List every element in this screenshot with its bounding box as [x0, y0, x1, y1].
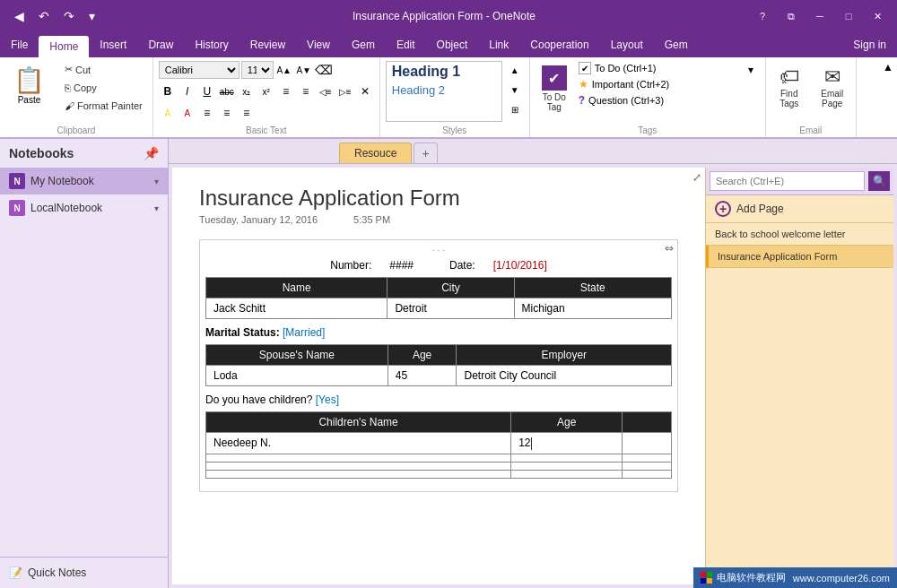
styles-up-button[interactable]: ▲	[506, 61, 524, 79]
indent-decrease-button[interactable]: ◁≡	[317, 82, 335, 100]
sidebar-item-localnotebook[interactable]: N LocalNotebook ▾	[0, 195, 168, 221]
find-tags-icon: 🏷	[779, 65, 799, 89]
tab-resouce[interactable]: Resouce	[339, 143, 412, 163]
highlight-button[interactable]: A	[159, 104, 177, 122]
heading1-style[interactable]: Heading 1	[387, 62, 501, 82]
menu-insert[interactable]: Insert	[89, 32, 137, 57]
font-color-button[interactable]: A	[179, 104, 196, 122]
quick-access-button[interactable]: ▾	[82, 5, 102, 27]
increase-size-button[interactable]: A▲	[275, 61, 293, 79]
add-page-button[interactable]: + Add Page	[706, 195, 893, 223]
date-label: Date:	[449, 259, 475, 272]
windows-logo	[701, 572, 713, 584]
move-button[interactable]: ⇔	[665, 242, 674, 255]
menu-file[interactable]: File	[0, 32, 39, 57]
align-center-button[interactable]: ≡	[218, 104, 236, 122]
size-select[interactable]: 11	[241, 61, 274, 79]
styles-more-button[interactable]: ⊞	[506, 100, 524, 118]
indent-increase-button[interactable]: ▷≡	[336, 82, 354, 100]
superscript-button[interactable]: x²	[257, 82, 275, 100]
styles-arrows: ▲ ▼ ⊞	[506, 61, 524, 118]
minimize-button[interactable]: ─	[807, 7, 832, 25]
menu-view[interactable]: View	[296, 32, 341, 57]
strikethrough-button[interactable]: abc	[218, 82, 236, 100]
italic-button[interactable]: I	[179, 82, 196, 100]
decrease-size-button[interactable]: A▼	[295, 61, 313, 79]
cell-child-age-2[interactable]	[511, 454, 623, 462]
format-painter-button[interactable]: 🖌 Format Painter	[60, 98, 147, 114]
page-item-welcome[interactable]: Back to school welcome letter	[706, 223, 893, 246]
cell-child-age-1[interactable]: 12	[511, 433, 623, 454]
cell-child-age-4[interactable]	[511, 470, 623, 478]
back-button[interactable]: ◀	[7, 5, 31, 27]
todo-tag-item[interactable]: ✔ To Do (Ctrl+1)	[577, 61, 738, 75]
font-select[interactable]: Calibri	[159, 61, 239, 79]
menu-review[interactable]: Review	[239, 32, 296, 57]
cell-child-name-3[interactable]	[206, 462, 511, 470]
tags-content: ✔ To DoTag ✔ To Do (Ctrl+1) ★ Important …	[536, 61, 760, 124]
page-item-insurance[interactable]: Insurance Application Form	[706, 246, 893, 268]
todo-tag-button[interactable]: ✔ To DoTag	[536, 61, 573, 117]
search-bar: 🔍	[706, 168, 893, 195]
pin-icon[interactable]: 📌	[144, 146, 159, 160]
menu-object[interactable]: Object	[426, 32, 479, 57]
cell-child-empty-3[interactable]	[623, 462, 672, 470]
tags-dropdown-button[interactable]: ▾	[742, 61, 760, 79]
quick-notes-button[interactable]: 📝 Quick Notes	[0, 557, 168, 588]
table-row: Needeep N. 12	[206, 433, 672, 454]
menu-gem2[interactable]: Gem	[654, 32, 699, 57]
add-tab-button[interactable]: +	[414, 143, 437, 163]
important-tag-item[interactable]: ★ Important (Ctrl+2)	[577, 77, 738, 91]
cell-child-empty-1[interactable]	[623, 433, 672, 454]
bold-button[interactable]: B	[159, 82, 177, 100]
sign-in-button[interactable]: Sign in	[842, 32, 897, 57]
marital-label: Marital Status:	[205, 326, 280, 339]
menu-history[interactable]: History	[184, 32, 239, 57]
email-page-button[interactable]: ✉ Email Page	[814, 61, 850, 113]
main-table-header: Name City State	[206, 278, 672, 298]
styles-down-button[interactable]: ▼	[506, 81, 524, 99]
menu-draw[interactable]: Draw	[137, 32, 184, 57]
copy-button[interactable]: ⎘ Copy	[60, 80, 147, 96]
clear-format-button[interactable]: ✕	[356, 82, 374, 100]
eraser-button[interactable]: ⌫	[315, 61, 333, 79]
list-unordered-button[interactable]: ≡	[277, 82, 295, 100]
heading2-style[interactable]: Heading 2	[387, 82, 501, 99]
sidebar-item-mynotebook[interactable]: N My Notebook ▾	[0, 168, 168, 195]
cell-child-empty-4[interactable]	[623, 470, 672, 478]
align-right-button[interactable]: ≡	[238, 104, 256, 122]
close-button[interactable]: ✕	[865, 7, 890, 25]
menu-cooperation[interactable]: Cooperation	[519, 32, 599, 57]
cut-button[interactable]: ✂ Cut	[60, 61, 147, 78]
cell-child-name-2[interactable]	[206, 454, 511, 462]
forward-button[interactable]: ↶	[31, 5, 57, 27]
find-tags-button[interactable]: 🏷 FindTags	[771, 61, 807, 113]
question-tag-item[interactable]: ? Question (Ctrl+3)	[577, 93, 738, 108]
list-ordered-button[interactable]: ≡	[297, 82, 315, 100]
expand-button[interactable]: ⤢	[692, 171, 701, 184]
ribbon-collapse-button[interactable]: ▲	[883, 61, 893, 74]
subscript-button[interactable]: x₂	[238, 82, 256, 100]
restore-button[interactable]: ⧉	[779, 7, 804, 25]
underline-button[interactable]: U	[198, 82, 216, 100]
menu-gem1[interactable]: Gem	[341, 32, 386, 57]
search-input[interactable]	[710, 171, 865, 191]
menu-home[interactable]: Home	[39, 36, 89, 57]
menu-layout[interactable]: Layout	[600, 32, 654, 57]
cell-child-name-1[interactable]: Needeep N.	[206, 433, 511, 454]
cell-child-name-4[interactable]	[206, 470, 511, 478]
cell-child-age-3[interactable]	[511, 462, 623, 470]
undo-button[interactable]: ↷	[57, 5, 82, 27]
paste-button[interactable]: 📋 Paste	[5, 61, 53, 109]
table-row	[206, 454, 672, 462]
maximize-button[interactable]: □	[836, 7, 861, 25]
help-button[interactable]: ?	[750, 7, 775, 25]
menu-link[interactable]: Link	[478, 32, 519, 57]
search-button[interactable]: 🔍	[868, 171, 890, 191]
align-left-button[interactable]: ≡	[198, 104, 216, 122]
drag-handle[interactable]: · · ·	[205, 246, 672, 255]
notebooks-title: Notebooks	[9, 146, 74, 160]
cell-child-empty-2[interactable]	[623, 454, 672, 462]
form-container: · · · ⇔ Number: #### Date: [1/10/2016]	[199, 239, 678, 492]
menu-edit[interactable]: Edit	[386, 32, 426, 57]
